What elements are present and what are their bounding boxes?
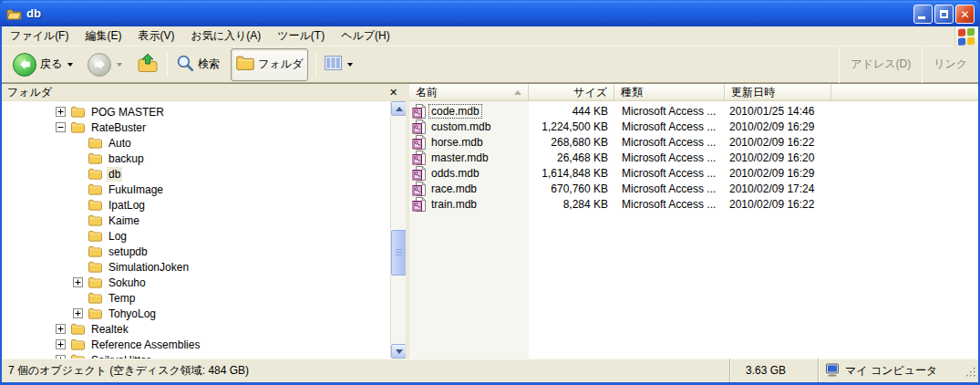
search-button[interactable]: 検索 — [170, 49, 225, 80]
folder-icon — [88, 183, 102, 195]
up-folder-icon — [137, 53, 159, 76]
tree-item-label: Kaime — [107, 213, 141, 228]
column-header-size[interactable]: サイズ — [529, 84, 614, 101]
tree-item-tohyolog[interactable]: TohyoLog — [2, 306, 390, 321]
folders-panel-close-icon[interactable]: ✕ — [387, 86, 400, 99]
tree-expand-icon[interactable] — [56, 324, 66, 334]
file-name-label[interactable]: code.mdb — [428, 104, 482, 119]
resize-grip[interactable] — [965, 367, 977, 381]
mdb-file-icon — [412, 166, 426, 181]
tree-item-simulationjoken[interactable]: SimulationJoken — [2, 259, 390, 275]
tree-item-temp[interactable]: Temp — [2, 290, 390, 306]
tree-expand-icon[interactable] — [56, 107, 66, 117]
tree-item-label: setupdb — [107, 245, 150, 259]
scroll-down-button[interactable] — [391, 344, 406, 359]
links-bar-label[interactable]: リンク — [923, 57, 978, 72]
views-dropdown-icon[interactable] — [347, 63, 353, 67]
file-date-cell: 2010/02/09 17:24 — [725, 182, 831, 195]
tree-item-label: FukuImage — [107, 182, 165, 197]
file-name-label[interactable]: master.mdb — [428, 151, 491, 165]
column-header-type[interactable]: 種類 — [614, 84, 725, 101]
tree-expander-spacer — [73, 138, 83, 148]
maximize-button[interactable] — [934, 5, 954, 24]
tree-item-saikyohitter[interactable]: SaikyoHitter — [2, 352, 390, 359]
title-bar: db ✕ — [0, 0, 980, 26]
status-location-text: マイ コンピュータ — [845, 363, 937, 379]
file-type-cell: Microsoft Access ... — [614, 105, 725, 118]
scrollbar-thumb[interactable] — [391, 230, 406, 276]
tree-item-label: db — [107, 167, 122, 182]
file-date-cell: 2010/02/09 16:22 — [725, 198, 831, 211]
minimize-button[interactable] — [913, 5, 933, 24]
toolbar-separator — [167, 52, 168, 78]
tree-item-ipatlog[interactable]: IpatLog — [2, 197, 390, 213]
tree-item-realtek[interactable]: Realtek — [2, 321, 390, 337]
folder-icon — [88, 245, 102, 257]
menu-item[interactable]: 編集(E) — [77, 26, 129, 46]
back-dropdown-icon[interactable] — [67, 63, 73, 67]
window-content: ファイル(F)編集(E)表示(V)お気に入り(A)ツール(T)ヘルプ(H) 戻る — [2, 26, 978, 382]
mdb-file-icon — [412, 135, 426, 150]
tree-item-sokuho[interactable]: Sokuho — [2, 275, 390, 290]
file-name-label[interactable]: odds.mdb — [428, 166, 482, 181]
file-row-master-mdb[interactable]: master.mdb26,468 KBMicrosoft Access ...2… — [409, 150, 978, 165]
tree-item-db[interactable]: db — [2, 166, 390, 182]
tree-collapse-icon[interactable] — [56, 122, 66, 132]
file-row-odds-mdb[interactable]: odds.mdb1,614,848 KBMicrosoft Access ...… — [409, 165, 978, 181]
forward-button[interactable] — [82, 49, 128, 80]
folders-button[interactable]: フォルダ — [231, 48, 308, 81]
tree-expand-icon[interactable] — [73, 277, 83, 287]
tree-item-pog-master[interactable]: POG MASTER — [2, 104, 390, 120]
file-name-label[interactable]: custom.mdb — [428, 120, 493, 134]
tree-item-setupdb[interactable]: setupdb — [2, 244, 390, 259]
file-row-train-mdb[interactable]: train.mdb8,284 KBMicrosoft Access ...201… — [409, 196, 978, 212]
file-name-cell: custom.mdb — [409, 120, 529, 134]
views-icon — [325, 56, 342, 73]
file-row-horse-mdb[interactable]: horse.mdb268,680 KBMicrosoft Access ...2… — [409, 134, 978, 150]
up-button[interactable] — [131, 49, 164, 80]
scroll-up-button[interactable] — [391, 101, 406, 116]
back-icon — [13, 53, 36, 77]
menu-item[interactable]: ファイル(F) — [2, 26, 77, 46]
tree-item-fukuimage[interactable]: FukuImage — [2, 182, 390, 197]
back-button[interactable]: 戻る — [7, 49, 78, 80]
column-header-date[interactable]: 更新日時 — [725, 84, 831, 101]
file-date-cell: 2010/02/09 16:29 — [725, 120, 831, 133]
tree-item-auto[interactable]: Auto — [2, 135, 390, 151]
file-size-cell: 444 KB — [529, 105, 614, 118]
file-name-label[interactable]: race.mdb — [428, 182, 480, 196]
file-type-cell: Microsoft Access ... — [614, 151, 725, 164]
file-name-label[interactable]: train.mdb — [428, 197, 480, 212]
tree-item-ratebuster[interactable]: RateBuster — [2, 120, 390, 135]
arrow-down-icon — [396, 349, 403, 354]
tree-expander-spacer — [73, 215, 83, 225]
file-name-cell: race.mdb — [409, 182, 529, 196]
file-name-label[interactable]: horse.mdb — [428, 135, 486, 150]
back-label: 戻る — [40, 57, 62, 72]
file-size-cell: 1,614,848 KB — [529, 167, 614, 180]
close-button[interactable]: ✕ — [955, 5, 975, 24]
file-row-code-mdb[interactable]: code.mdb444 KBMicrosoft Access ...2010/0… — [409, 103, 978, 119]
tree-item-reference-assemblies[interactable]: Reference Assemblies — [2, 337, 390, 352]
tree-item-backup[interactable]: backup — [2, 151, 390, 166]
menu-item[interactable]: 表示(V) — [129, 26, 182, 46]
tree-expand-icon[interactable] — [56, 339, 66, 349]
column-header-label: 更新日時 — [731, 85, 824, 100]
views-button[interactable] — [319, 49, 358, 80]
tree-expander-spacer — [73, 246, 83, 256]
menu-item[interactable]: ヘルプ(H) — [333, 26, 398, 46]
file-row-race-mdb[interactable]: race.mdb670,760 KBMicrosoft Access ...20… — [409, 181, 978, 196]
tree-item-kaime[interactable]: Kaime — [2, 213, 390, 228]
column-header-name[interactable]: 名前 — [409, 84, 529, 101]
tree-item-label: Log — [107, 229, 129, 244]
menu-item[interactable]: お気に入り(A) — [182, 26, 269, 46]
tree-expand-icon[interactable] — [73, 308, 83, 318]
file-row-custom-mdb[interactable]: custom.mdb1,224,500 KBMicrosoft Access .… — [409, 119, 978, 134]
column-header-label: 名前 — [416, 85, 509, 100]
folder-open-icon — [6, 7, 22, 20]
tree-item-log[interactable]: Log — [2, 228, 390, 244]
address-bar-label[interactable]: アドレス(D) — [840, 57, 922, 72]
tree-scrollbar[interactable] — [390, 101, 406, 359]
menu-item[interactable]: ツール(T) — [269, 26, 333, 46]
search-icon — [176, 54, 194, 75]
